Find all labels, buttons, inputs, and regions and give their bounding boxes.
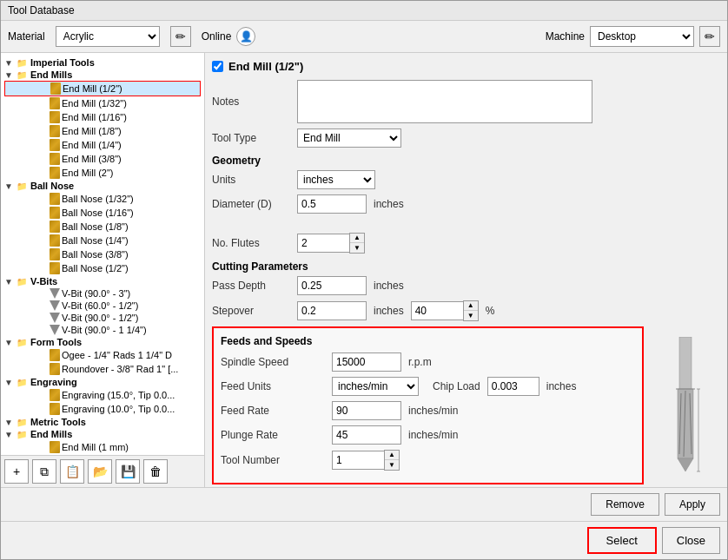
tool-icon [50,262,60,274]
material-edit-btn[interactable]: ✏ [170,26,191,47]
folder-icon: 📁 [17,378,27,387]
delete-btn[interactable]: 🗑 [143,459,168,484]
end-mills-group[interactable]: ▼ 📁 End Mills [4,69,201,81]
remove-button[interactable]: Remove [591,493,659,516]
machine-label: Machine [546,30,585,43]
online-icon[interactable]: 👤 [236,27,255,46]
tool-type-select[interactable]: End Mill Ball Nose V-Bit [297,128,401,148]
imperial-tools-group[interactable]: ▼ 📁 Imperial Tools [4,56,201,69]
tool-database-window: Tool Database Material Acrylic Wood Alum… [0,0,728,560]
units-select[interactable]: inches mm [297,170,375,189]
chip-load-input[interactable] [487,377,539,396]
material-select[interactable]: Acrylic Wood Aluminum [56,26,160,47]
open-folder-btn[interactable]: 📂 [88,459,112,484]
toolnum-down-btn[interactable]: ▼ [385,460,399,470]
tree-item-label: Ball Nose (1/8") [62,221,129,232]
chip-load-unit: inches [546,380,577,392]
ball-nose-1-4[interactable]: Ball Nose (1/4") [4,234,201,247]
end-mill-1mm[interactable]: End Mill (1 mm) [4,440,201,454]
end-mill-1-4[interactable]: End Mill (1/4") [4,138,201,152]
machine-select[interactable]: Desktop Standard PRO [590,26,694,47]
machine-group: Machine Desktop Standard PRO ✏ [546,26,720,47]
feed-units-select[interactable]: inches/min mm/min [332,377,419,396]
apply-button[interactable]: Apply [665,493,720,516]
duplicate-tool-btn[interactable]: ⧉ [32,459,56,484]
expand-icon: ▼ [4,378,15,387]
tree-item-label: End Mill (3/8") [62,154,122,164]
tool-header: End Mill (1/2") [212,60,720,73]
tree-bottom-toolbar: + ⧉ 📋 📂 💾 🗑 [1,455,204,487]
no-flutes-row: No. Flutes ▲ ▼ [212,233,644,254]
notes-textarea[interactable] [297,80,592,123]
stepover-input[interactable] [297,301,367,320]
vbit-icon [50,325,60,335]
metric-end-mills-group[interactable]: ▼ 📁 End Mills [4,428,201,440]
end-mill-3-8[interactable]: End Mill (3/8") [4,152,201,166]
end-mill-1-8[interactable]: End Mill (1/8") [4,124,201,138]
engraving-15[interactable]: Engraving (15.0°, Tip 0.0... [4,388,201,402]
vbit-90-1-14[interactable]: V-Bit (90.0° - 1 1/4") [4,324,201,336]
feed-rate-input[interactable] [332,401,401,420]
spindle-speed-row: Spindle Speed r.p.m [221,352,635,372]
end-mill-1-16[interactable]: End Mill (1/16") [4,110,201,124]
ball-nose-group[interactable]: ▼ 📁 Ball Nose [4,180,201,192]
spindle-speed-input[interactable] [332,352,401,372]
no-flutes-spinner: ▲ ▼ [297,233,365,254]
machine-edit-btn[interactable]: ✏ [699,26,720,47]
vbit-icon [50,288,60,299]
vbit-icon [50,300,60,311]
end-mill-1-32[interactable]: End Mill (1/32") [4,96,201,110]
expand-icon: ▼ [4,430,15,439]
stepover-down-btn[interactable]: ▼ [464,311,478,320]
spindle-speed-unit: r.p.m [408,356,432,368]
engraving-10[interactable]: Engraving (10.0°, Tip 0.0... [4,402,201,416]
close-button[interactable]: Close [662,527,720,554]
ball-nose-1-16[interactable]: Ball Nose (1/16") [4,206,201,220]
diameter-input[interactable] [297,194,367,214]
vbit-90-half[interactable]: V-Bit (90.0° - 1/2") [4,312,201,324]
select-button[interactable]: Select [587,527,657,554]
end-mill-2[interactable]: End Mill (2") [4,166,201,180]
tool-number-input[interactable] [332,451,384,470]
plunge-rate-input[interactable] [332,425,401,445]
tree-item-label: V-Bit (90.0° - 3") [62,288,130,299]
pass-depth-row: Pass Depth inches [212,276,644,295]
imperial-tools-label: Imperial Tools [30,57,95,68]
tool-icon [50,234,60,247]
vbit-90-3[interactable]: V-Bit (90.0° - 3") [4,287,201,300]
metric-tools-group[interactable]: ▼ 📁 Metric Tools [4,416,201,428]
right-content: Notes Tool Type End Mill Ball Nose V-Bit [212,80,720,484]
vbits-group[interactable]: ▼ 📁 V-Bits [4,275,201,287]
ball-nose-3-8[interactable]: Ball Nose (3/8") [4,247,201,261]
form-tools-group[interactable]: ▼ 📁 Form Tools [4,336,201,348]
main-content: ▼ 📁 Imperial Tools ▼ 📁 End Mills End Mil… [1,53,727,487]
flutes-down-btn[interactable]: ▼ [350,243,364,253]
vbit-60-half[interactable]: V-Bit (60.0° - 1/2") [4,300,201,312]
ball-nose-1-8[interactable]: Ball Nose (1/8") [4,220,201,234]
stepover-up-btn[interactable]: ▲ [464,301,478,311]
end-mill-half-item[interactable]: End Mill (1/2") [4,81,201,96]
ball-nose-1-2[interactable]: Ball Nose (1/2") [4,261,201,275]
no-flutes-label: No. Flutes [212,237,290,249]
material-label: Material [8,30,45,43]
tool-icon [50,139,60,151]
add-tool-btn[interactable]: + [4,459,29,484]
tree-item-label: V-Bit (60.0° - 1/2") [62,300,138,311]
folder-icon: 📁 [17,338,27,347]
engraving-group[interactable]: ▼ 📁 Engraving [4,376,201,388]
folder-icon: 📁 [17,277,27,287]
no-flutes-input[interactable] [297,234,349,253]
save-btn[interactable]: 💾 [116,459,140,484]
ball-nose-1-32[interactable]: Ball Nose (1/32") [4,192,201,206]
tool-enabled-checkbox[interactable] [212,61,223,72]
copy-tool-btn[interactable]: 📋 [60,459,84,484]
flutes-up-btn[interactable]: ▲ [350,234,364,243]
tool-icon [50,221,60,233]
roundover-item[interactable]: Roundover - 3/8" Rad 1" [... [4,362,201,376]
toolnum-up-btn[interactable]: ▲ [385,451,399,460]
metric-end-mills-label: End Mills [30,429,72,439]
stepover-percent-input[interactable] [411,301,463,320]
ogee-item[interactable]: Ogee - 1/4" Rads 1 1/4" D [4,348,201,362]
tree-item-label: V-Bit (90.0° - 1 1/4") [62,325,147,335]
pass-depth-input[interactable] [297,276,367,295]
